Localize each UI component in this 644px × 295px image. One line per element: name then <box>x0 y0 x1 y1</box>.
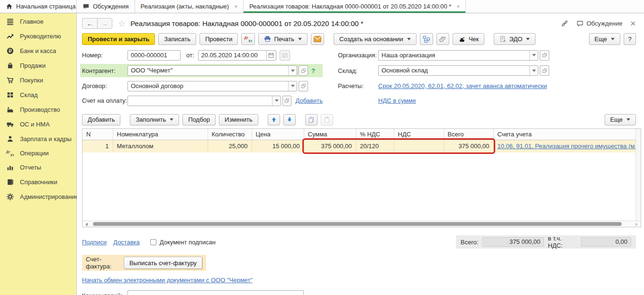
open-icon[interactable] <box>282 96 291 106</box>
add-invoice-link[interactable]: Добавить <box>296 97 323 104</box>
pick-button[interactable]: Подбор <box>182 114 216 125</box>
edo-exchange-link[interactable]: Начать обмен электронными документами с … <box>82 277 253 284</box>
tab-home[interactable]: Начальная страница <box>0 0 77 13</box>
accounts-link[interactable]: 10.06, 91.01, Реализация прочего имущест… <box>498 143 636 150</box>
cell-accounts[interactable]: 10.06, 91.01, Реализация прочего имущест… <box>493 140 636 152</box>
more-button[interactable]: Еще <box>589 33 620 45</box>
fill-button[interactable]: Заполнить <box>130 114 179 125</box>
scrollbar-thumb[interactable] <box>93 222 622 226</box>
forward-button[interactable]: → <box>97 18 112 28</box>
open-icon[interactable] <box>540 50 549 61</box>
dtkt-postings-button[interactable]: ДтКт <box>241 33 255 45</box>
open-icon[interactable] <box>299 65 308 76</box>
sidebar-item-reports[interactable]: Отчеты <box>0 160 76 175</box>
edit-button[interactable]: Изменить <box>219 114 258 125</box>
open-icon[interactable] <box>540 65 549 76</box>
contragent-help-icon[interactable]: ? <box>311 67 315 74</box>
sidebar-item-administration[interactable]: Администрирование <box>0 189 76 204</box>
sidebar-item-warehouse[interactable]: Склад <box>0 88 76 102</box>
check-receipt-button[interactable]: Чек <box>453 33 485 45</box>
cell-vat-rate[interactable]: 20/120 <box>356 140 394 152</box>
contract-input[interactable]: Основной договор <box>127 81 297 91</box>
page-title: Реализация товаров: Накладная 0000-00000… <box>130 19 363 27</box>
scroll-left-icon[interactable] <box>85 223 88 226</box>
horizontal-scrollbar[interactable] <box>82 221 641 227</box>
sidebar-item-sales[interactable]: Продажи <box>0 58 76 73</box>
bag-icon <box>6 62 14 70</box>
time-settings-icon[interactable] <box>280 50 290 61</box>
document-signed-checkbox[interactable] <box>150 239 156 245</box>
cell-qty[interactable]: 25,000 <box>208 140 252 152</box>
link-icon[interactable] <box>561 19 569 27</box>
chevron-down-icon[interactable] <box>529 51 538 60</box>
attachments-button[interactable] <box>436 33 449 45</box>
move-up-button[interactable] <box>268 114 280 125</box>
cell-n[interactable]: 1 <box>82 140 113 152</box>
scroll-right-icon[interactable] <box>635 223 638 226</box>
settlements-link[interactable]: Срок 20.05.2020, 62.01, 62.02, зачет ава… <box>378 82 547 89</box>
paste-icon[interactable] <box>321 114 333 125</box>
tab-sales-list[interactable]: Реализация (акты, накладные) × <box>135 0 244 13</box>
back-button[interactable]: ← <box>82 18 97 28</box>
contragent-input[interactable]: ООО "Чермет" <box>127 65 297 76</box>
dtkt-icon: ДтКт <box>6 150 14 157</box>
sidebar-item-fixed-assets[interactable]: ОС и НМА <box>0 117 76 132</box>
help-button[interactable]: ? <box>624 33 636 45</box>
close-icon[interactable]: × <box>456 3 460 10</box>
signatures-link[interactable]: Подписи <box>82 239 107 246</box>
tab-discussions[interactable]: Обсуждения <box>77 0 135 13</box>
edo-button[interactable]: ЭДО <box>494 33 535 45</box>
save-button[interactable]: Записать <box>158 33 196 45</box>
close-icon[interactable]: × <box>234 3 237 10</box>
chevron-down-icon[interactable] <box>288 66 297 75</box>
vertical-scrollbar[interactable] <box>635 129 641 221</box>
close-form-icon[interactable]: ✕ <box>630 19 636 28</box>
create-based-on-button[interactable]: Создать на основании <box>334 33 417 45</box>
sidebar-item-production[interactable]: Производство <box>0 102 76 117</box>
cell-vat[interactable] <box>394 140 444 152</box>
chevron-down-icon[interactable] <box>288 81 297 91</box>
table-more-button[interactable]: Еще <box>605 114 636 125</box>
post-and-close-button[interactable]: Провести и закрыть <box>82 33 155 45</box>
sidebar-item-main[interactable]: Главное <box>0 14 76 29</box>
invoice-label: Счет-фактура: <box>86 256 120 270</box>
settlements-label: Расчеты: <box>338 82 378 89</box>
discussion-button[interactable]: Обсуждение <box>576 20 623 27</box>
organization-input[interactable]: Наша организация <box>378 50 538 61</box>
favorite-star-icon[interactable]: ☆ <box>118 18 126 29</box>
comment-label: Комментарий: <box>82 292 127 295</box>
payment-invoice-input[interactable] <box>127 96 281 106</box>
sidebar-item-bank[interactable]: Банк и касса <box>0 44 76 58</box>
post-button[interactable]: Провести <box>200 33 238 45</box>
related-documents-button[interactable] <box>420 33 433 45</box>
app-window: Начальная страница Обсуждения Реализация… <box>0 0 644 295</box>
warehouse-input[interactable]: Основной склад <box>378 65 538 76</box>
sidebar-item-operations[interactable]: ДтКт Операции <box>0 146 76 160</box>
cell-price[interactable]: 15 000,00 <box>252 140 304 152</box>
delivery-link[interactable]: Доставка <box>113 239 140 246</box>
chevron-down-icon[interactable] <box>529 66 538 75</box>
open-icon[interactable] <box>299 81 308 91</box>
issue-invoice-button[interactable]: Выписать счет-фактуру <box>124 257 202 269</box>
move-down-button[interactable] <box>283 114 296 125</box>
sidebar-item-manager[interactable]: Руководителю <box>0 29 76 44</box>
cell-sum[interactable]: 375 000,00 <box>304 140 356 152</box>
number-input[interactable]: 0000-000001 <box>127 50 181 61</box>
copy-icon[interactable] <box>305 114 317 125</box>
comment-input[interactable] <box>127 290 304 295</box>
tab-document[interactable]: Реализация товаров: Накладная 0000-00000… <box>244 0 466 13</box>
chevron-down-icon[interactable] <box>272 96 281 106</box>
sidebar-item-salary[interactable]: Зарплата и кадры <box>0 132 76 146</box>
vat-total-value: 0,00 <box>581 237 631 247</box>
sidebar-item-directories[interactable]: Справочники <box>0 175 76 189</box>
vat-mode-link[interactable]: НДС в сумме <box>378 97 416 104</box>
col-item: Номенклатура <box>113 129 208 140</box>
calendar-icon[interactable] <box>266 51 276 60</box>
add-row-button[interactable]: Добавить <box>82 114 120 125</box>
print-button[interactable]: Печать <box>258 33 308 45</box>
sidebar-item-purchases[interactable]: Покупки <box>0 73 76 88</box>
send-email-button[interactable] <box>311 33 324 45</box>
cell-item[interactable]: Металлолом <box>113 140 208 152</box>
date-input[interactable]: 20.05.2020 14:00:00 <box>198 50 276 61</box>
cell-total[interactable]: 375 000,00 <box>444 140 493 152</box>
